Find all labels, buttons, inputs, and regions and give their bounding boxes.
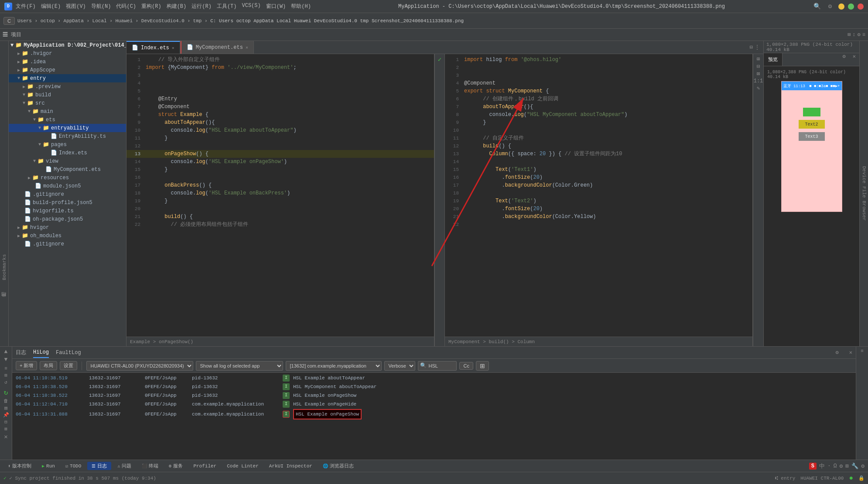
project-root[interactable]: ▼ 📁 MyApplication D:\002_Project\014_Dev…	[9, 41, 126, 49]
tree-item-module-json[interactable]: 📄 module.json5	[9, 182, 126, 190]
bottom-tab-terminal[interactable]: ⬛ 终端	[137, 462, 163, 470]
tree-item-preview[interactable]: ▶ 📁 .preview	[9, 82, 126, 91]
tree-item-entry[interactable]: ▼ 📁 entry	[9, 74, 126, 82]
tree-item-gitignore[interactable]: 📄 .gitignore	[9, 190, 126, 198]
tree-item-index-ets[interactable]: 📄 Index.ets	[9, 149, 126, 157]
tab-close-icon2[interactable]: ✕	[246, 45, 248, 50]
add-log-button[interactable]: + 新增	[16, 361, 37, 370]
case-button[interactable]: Cc	[459, 362, 473, 370]
preview-close-icon[interactable]: ✕	[849, 53, 859, 66]
maximize-button[interactable]	[848, 3, 854, 10]
bottom-tab-issues[interactable]: ⚠ 问题	[113, 462, 136, 470]
menu-refactor[interactable]: 重构(R)	[141, 3, 161, 10]
log-tool-3[interactable]: ↺	[4, 379, 7, 385]
app-dropdown[interactable]: [13632] com.example.myapplication	[286, 361, 382, 371]
tab-mycomponent[interactable]: 📄 MyComponent.ets ✕	[181, 41, 254, 54]
close-button[interactable]	[858, 3, 864, 10]
branch-label[interactable]: ⑆ entry	[775, 476, 796, 481]
tree-item-idea[interactable]: ▶ 📁 .idea	[9, 58, 126, 66]
tree-item-entryability[interactable]: ▼ 📁 entryability	[9, 124, 126, 132]
options-icon[interactable]: ⋮	[755, 44, 760, 51]
bottom-tab-run[interactable]: ▶ Run	[38, 463, 59, 470]
tab-close-icon[interactable]: ✕	[172, 45, 174, 51]
device-dropdown[interactable]: HUAWEI CTR-AL00 (PXUYD22628020934)	[86, 361, 193, 371]
log-tool-4[interactable]: ⊟	[4, 419, 7, 425]
sync-button[interactable]: C	[3, 17, 15, 25]
tab-faultlog[interactable]: FaultLog	[56, 348, 81, 358]
clear-icon[interactable]: ✕	[4, 433, 7, 440]
sort-icon[interactable]: ↕	[852, 32, 855, 38]
pin-icon[interactable]: 📌	[3, 412, 9, 418]
menu-file[interactable]: 文件(F)	[16, 3, 36, 10]
menu-icon[interactable]: ≡	[862, 32, 865, 38]
log-settings-button[interactable]: 设置	[60, 361, 77, 370]
minimize-button[interactable]	[838, 3, 844, 10]
tree-item-view[interactable]: ▼ 📁 view	[9, 157, 126, 165]
tree-item-build-profile[interactable]: 📄 build-profile.json5	[9, 198, 126, 207]
menu-tools[interactable]: 工具(T)	[217, 3, 237, 10]
tab-hilog[interactable]: HiLog	[33, 348, 49, 358]
tree-item-oh-package[interactable]: 📄 oh-package.json5	[9, 215, 126, 223]
tree-item-build[interactable]: ▼ 📁 build	[9, 91, 126, 99]
menu-edit[interactable]: 编辑(E)	[41, 3, 61, 10]
log-settings-icon[interactable]: ⚙	[836, 349, 839, 356]
structure-label[interactable]: 结构	[0, 299, 9, 303]
tree-item-mycomponent[interactable]: 📄 MyComponent.ets	[9, 165, 126, 174]
tree-item-src[interactable]: ▼ 📁 src	[9, 99, 126, 107]
bottom-tab-todo[interactable]: ☑ TODO	[61, 463, 85, 470]
device-label-status[interactable]: HUAWEI CTR-AL00	[800, 476, 844, 481]
layout-icon[interactable]: ⊠	[757, 71, 760, 77]
level-dropdown[interactable]: Verbose	[384, 361, 415, 371]
scroll-up-icon[interactable]: ▲	[4, 348, 8, 355]
bottom-tab-codelinter[interactable]: Code Linter	[222, 463, 263, 470]
bottom-tab-log[interactable]: ☰ 日志	[87, 462, 111, 470]
gear-icon[interactable]: ⚙	[858, 31, 861, 38]
menu-help[interactable]: 帮助(H)	[291, 3, 311, 10]
tree-item-hvigorfile[interactable]: 📄 hvigorfile.ts	[9, 207, 126, 215]
bottom-tab-arkui[interactable]: ArkUI Inspector	[265, 463, 317, 470]
scroll-down-icon[interactable]: ▼	[4, 356, 8, 363]
log-right-icon[interactable]: ≡	[861, 348, 864, 354]
menu-view[interactable]: 视图(V)	[66, 3, 86, 10]
tree-item-resources[interactable]: ▶ 📁 resources	[9, 174, 126, 182]
tree-item-pages[interactable]: ▼ 📁 pages	[9, 140, 126, 149]
search-icon[interactable]: 🔍	[812, 2, 822, 11]
tab-index-ets[interactable]: 📄 Index.ets ✕	[126, 41, 180, 54]
log-search-box[interactable]: 🔍	[418, 361, 457, 371]
log-tool-1[interactable]: ≡	[4, 366, 7, 371]
device-file-browser-label[interactable]: Device File Browser	[860, 164, 868, 222]
filter-dropdown[interactable]: Show all log of selected app	[196, 361, 283, 371]
menu-window[interactable]: 窗口(W)	[266, 3, 286, 10]
menu-run[interactable]: 运行(R)	[191, 3, 212, 10]
tree-item-hvigor[interactable]: ▶ 📁 .hvigor	[9, 49, 126, 58]
menu-vcs[interactable]: VCS(S)	[242, 3, 260, 10]
grid-icon[interactable]: ⊟	[757, 63, 760, 70]
tree-item-ets[interactable]: ▼ 📁 ets	[9, 116, 126, 124]
expand-icon[interactable]: ⊞	[757, 56, 760, 62]
right-code-lines[interactable]: 1 import hilog from '@ohos.hilog' 2 3 4 …	[445, 54, 752, 337]
left-code-lines[interactable]: 1 // 导入外部自定义子组件 2 import {MyComponent} f…	[126, 54, 434, 337]
log-tool-5[interactable]: ⊠	[4, 426, 7, 432]
window-controls[interactable]: 🔍 ⚙	[812, 2, 864, 11]
log-close-icon[interactable]: ✕	[849, 349, 852, 356]
tree-item-oh-modules[interactable]: ▶ 📁 oh_modules	[9, 232, 126, 240]
align-icon[interactable]: ⊞	[847, 31, 851, 38]
bottom-tab-profiler[interactable]: Profiler	[189, 463, 221, 470]
tree-item-gitignore2[interactable]: 📄 .gitignore	[9, 240, 126, 248]
preview-settings-icon[interactable]: ⚙	[839, 53, 849, 66]
split-view-icon[interactable]: ⊟	[750, 44, 753, 51]
tree-item-main[interactable]: ▼ 📁 main	[9, 107, 126, 116]
tab-log[interactable]: 日志	[16, 347, 26, 358]
settings-icon[interactable]: ⚙	[825, 2, 835, 11]
filter-icon[interactable]: ▤	[4, 405, 7, 411]
tree-item-entryability-ts[interactable]: 📄 EntryAbility.ts	[9, 132, 126, 140]
delete-icon[interactable]: 🗑	[3, 398, 8, 404]
tree-item-hvigor2[interactable]: ▶ 📁 hvigor	[9, 223, 126, 232]
edit-icon[interactable]: ✎	[757, 85, 760, 92]
menu-build[interactable]: 构建(B)	[167, 3, 187, 10]
bottom-tab-version[interactable]: ⬆ 版本控制	[3, 462, 36, 470]
bottom-tab-browser-log[interactable]: 🌐 浏览器日志	[318, 462, 358, 470]
bottom-tab-services[interactable]: ⚙ 服务	[164, 462, 187, 470]
menu-code[interactable]: 代码(C)	[116, 3, 136, 10]
tree-item-appscope[interactable]: ▶ 📁 AppScope	[9, 66, 126, 74]
